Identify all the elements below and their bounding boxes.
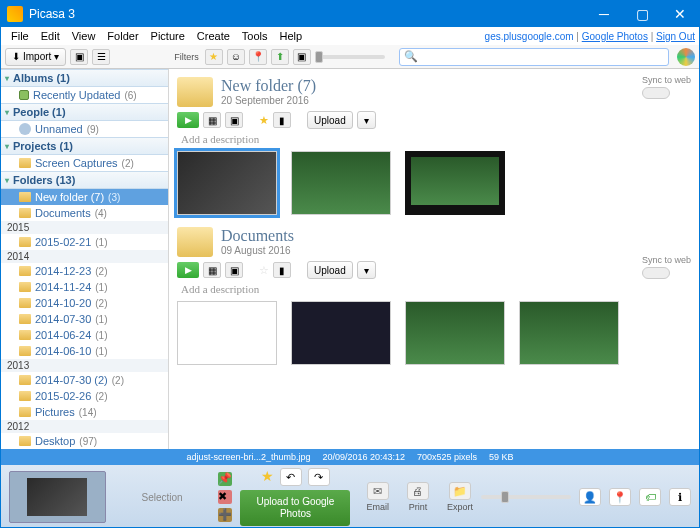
rotate-right-button[interactable]: ↷ <box>308 468 330 486</box>
folder-icon <box>19 330 31 340</box>
thumbnail[interactable] <box>519 301 619 365</box>
folder-title[interactable]: Documents <box>221 227 294 245</box>
google-photos-link[interactable]: Google Photos <box>582 31 648 42</box>
view-button[interactable]: ☰ <box>92 49 110 65</box>
thumbnail[interactable] <box>177 301 277 365</box>
filter-starred-icon[interactable]: ★ <box>205 49 223 65</box>
menu-view[interactable]: View <box>66 30 102 42</box>
sync-to-web[interactable]: Sync to web <box>642 255 691 279</box>
photo-tray[interactable] <box>9 471 106 523</box>
email-icon: ✉ <box>367 482 389 500</box>
upload-dropdown[interactable]: ▾ <box>357 111 376 129</box>
section-people[interactable]: ▾People (1) <box>1 103 168 121</box>
filter-movie-icon[interactable]: ▣ <box>293 49 311 65</box>
folder-large-icon[interactable] <box>177 77 213 107</box>
sidebar-item[interactable]: 2014-10-20 (2) <box>1 295 168 311</box>
thumbnail[interactable] <box>405 301 505 365</box>
thumbnail[interactable] <box>291 151 391 215</box>
folder-title[interactable]: New folder (7) <box>221 77 316 95</box>
filter-tag-icon[interactable]: ⬆ <box>271 49 289 65</box>
sign-out-link[interactable]: Sign Out <box>656 31 695 42</box>
star-button[interactable]: ★ <box>261 468 274 486</box>
section-folders[interactable]: ▾Folders (13) <box>1 171 168 189</box>
section-albums[interactable]: ▾Albums (1) <box>1 69 168 87</box>
star-icon[interactable]: ★ <box>259 114 269 127</box>
movie-button[interactable]: ▣ <box>225 112 243 128</box>
tag-panel-button[interactable]: 🏷 <box>639 488 661 506</box>
date-slider[interactable] <box>315 55 385 59</box>
sidebar-item-documents[interactable]: Documents (4) <box>1 205 168 221</box>
upload-google-photos-button[interactable]: Upload to Google Photos <box>240 490 350 526</box>
section-projects[interactable]: ▾Projects (1) <box>1 137 168 155</box>
thumbnail[interactable] <box>405 151 505 215</box>
collage-button[interactable]: ▦ <box>203 262 221 278</box>
sidebar-item-unnamed[interactable]: Unnamed (9) <box>1 121 168 137</box>
folder-description[interactable]: Add a description <box>181 133 691 145</box>
hold-button[interactable]: 📌 <box>218 472 232 486</box>
sidebar-item-new-folder[interactable]: New folder (7) (3) <box>1 189 168 205</box>
filter-faces-icon[interactable]: ☺ <box>227 49 245 65</box>
sync-to-web[interactable]: Sync to web <box>642 75 691 99</box>
status-bar: adjust-screen-bri...2_thumb.jpg 20/09/20… <box>1 449 699 465</box>
zoom-slider[interactable] <box>481 495 571 499</box>
geo-tag-button[interactable]: 📍 <box>609 488 631 506</box>
minimize-button[interactable]: ─ <box>585 1 623 27</box>
upload-dropdown[interactable]: ▾ <box>357 261 376 279</box>
sidebar-item[interactable]: Pictures (14) <box>1 404 168 420</box>
close-button[interactable]: ✕ <box>661 1 699 27</box>
star-icon[interactable]: ☆ <box>259 264 269 277</box>
email-button[interactable]: ✉Email <box>366 482 389 512</box>
export-button[interactable]: 📁Export <box>447 482 473 512</box>
menu-edit[interactable]: Edit <box>35 30 66 42</box>
content-area: Sync to web New folder (7) 20 September … <box>169 69 699 449</box>
search-icon: 🔍 <box>404 50 418 63</box>
search-input[interactable] <box>418 51 664 62</box>
folder-description[interactable]: Add a description <box>181 283 691 295</box>
sidebar-item[interactable]: 2014-06-10 (1) <box>1 343 168 359</box>
sidebar-item[interactable]: 2015-02-21 (1) <box>1 234 168 250</box>
person-icon <box>19 123 31 135</box>
tray-thumbnail[interactable] <box>27 478 87 516</box>
menu-picture[interactable]: Picture <box>145 30 191 42</box>
sidebar-item[interactable]: 2014-06-24 (1) <box>1 327 168 343</box>
menu-tools[interactable]: Tools <box>236 30 274 42</box>
collage-button[interactable]: ▦ <box>203 112 221 128</box>
new-album-button[interactable]: ▣ <box>70 49 88 65</box>
filter-geo-icon[interactable]: 📍 <box>249 49 267 65</box>
people-tag-button[interactable]: 👤 <box>579 488 601 506</box>
rotate-left-button[interactable]: ↶ <box>280 468 302 486</box>
sidebar-item[interactable]: 2014-07-30 (1) <box>1 311 168 327</box>
menu-folder[interactable]: Folder <box>101 30 144 42</box>
maximize-button[interactable]: ▢ <box>623 1 661 27</box>
clear-button[interactable]: ✖ <box>218 490 232 504</box>
search-box[interactable]: 🔍 <box>399 48 669 66</box>
upload-button[interactable]: Upload <box>307 111 353 129</box>
play-slideshow-button[interactable]: ▶ <box>177 262 199 278</box>
menu-help[interactable]: Help <box>274 30 309 42</box>
properties-button[interactable]: ℹ <box>669 488 691 506</box>
add-button[interactable]: ➕ <box>218 508 232 522</box>
print-button[interactable]: 🖨Print <box>407 482 429 512</box>
window-title: Picasa 3 <box>29 7 585 21</box>
folder-icon <box>19 436 31 446</box>
thumbnail[interactable] <box>177 151 277 215</box>
sidebar-item[interactable]: 2014-12-23 (2) <box>1 263 168 279</box>
folder-large-icon[interactable] <box>177 227 213 257</box>
google-photos-icon[interactable] <box>677 48 695 66</box>
import-button[interactable]: ⬇ Import ▾ <box>5 48 66 66</box>
sidebar-item[interactable]: 2015-02-26 (2) <box>1 388 168 404</box>
menu-create[interactable]: Create <box>191 30 236 42</box>
sidebar-item-screen-captures[interactable]: Screen Captures (2) <box>1 155 168 171</box>
sidebar-item[interactable]: 2014-07-30 (2) (2) <box>1 372 168 388</box>
thumbnail[interactable] <box>291 301 391 365</box>
tag-button[interactable]: ▮ <box>273 112 291 128</box>
upload-button[interactable]: Upload <box>307 261 353 279</box>
movie-button[interactable]: ▣ <box>225 262 243 278</box>
sidebar-item[interactable]: Desktop (97) <box>1 433 168 449</box>
play-slideshow-button[interactable]: ▶ <box>177 112 199 128</box>
tag-button[interactable]: ▮ <box>273 262 291 278</box>
toolbar: ⬇ Import ▾ ▣ ☰ Filters ★ ☺ 📍 ⬆ ▣ 🔍 <box>1 45 699 69</box>
sidebar-item-recently-updated[interactable]: Recently Updated (6) <box>1 87 168 103</box>
menu-file[interactable]: File <box>5 30 35 42</box>
sidebar-item[interactable]: 2014-11-24 (1) <box>1 279 168 295</box>
